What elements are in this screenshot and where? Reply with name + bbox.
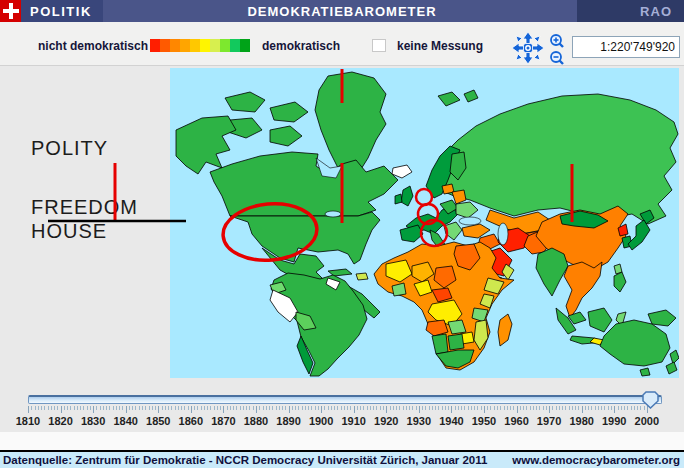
timeline-tick [490,406,491,410]
timeline-tick [269,406,270,410]
timeline-tick [295,406,296,410]
timeline-tick [546,406,547,410]
timeline-tick [556,406,557,410]
timeline-tick [543,406,544,410]
timeline-tick [289,406,290,413]
timeline-tick [158,406,159,413]
timeline-slider-thumb[interactable] [642,391,659,409]
timeline-tick [155,406,156,410]
legend-swatch [180,39,190,52]
timeline-year-label: 1820 [44,415,78,427]
timeline-tick [494,406,495,410]
timeline-tick [64,406,65,410]
timeline-tick [484,406,485,413]
timeline-tick [240,406,241,410]
timeline-tick [168,406,169,410]
timeline-tick [357,406,358,410]
timeline-tick [390,406,391,410]
timeline-tick [598,406,599,410]
timeline-tick [393,406,394,410]
timeline-tick [204,406,205,410]
timeline-tick [77,406,78,410]
timeline-year-label: 1850 [141,415,175,427]
legend-swatch [230,39,240,52]
timeline-tick [591,406,592,410]
timeline-slider-track[interactable] [28,395,662,404]
timeline-tick [637,406,638,410]
timeline-tick [383,406,384,410]
timeline-tick [142,406,143,410]
map-region-ireland[interactable] [395,194,402,204]
timeline-tick [500,406,501,410]
timeline-tick [481,406,482,410]
timeline-tick [93,406,94,413]
timeline-tick [184,406,185,410]
timeline-tick [31,406,32,410]
timeline-year-label: 1840 [109,415,143,427]
timeline-tick [337,406,338,410]
zoom-in-button[interactable] [549,33,567,49]
timeline-tick [445,406,446,410]
timeline-tick [458,406,459,410]
legend-no-data-swatch [372,39,386,52]
timeline-tick [429,406,430,410]
map-region-hispaniola[interactable] [356,273,368,280]
timeline-tick [119,406,120,410]
timeline-tick [412,406,413,410]
timeline-tick [354,406,355,413]
polity-label: POLITY [31,137,108,160]
timeline-tick [181,406,182,410]
timeline-tick [220,406,221,410]
timeline-tick [582,406,583,413]
timeline-year-label: 1910 [337,415,371,427]
timeline-tick [477,406,478,410]
timeline-tick [178,406,179,410]
timeline-tick [321,406,322,413]
timeline-tick [292,406,293,410]
timeline-tick [507,406,508,410]
timeline-tick [624,406,625,410]
timeline-tick [103,406,104,410]
legend-swatch [190,39,200,52]
timeline-year-label: 1900 [304,415,338,427]
timeline-tick [403,406,404,410]
timeline-tick [497,406,498,410]
timeline-tick [451,406,452,413]
timeline-tick [80,406,81,410]
timeline-tick [399,406,400,410]
world-map[interactable] [170,68,679,378]
timeline-year-labels: 1810182018301840185018601870188018901900… [0,415,684,429]
legend-no-data-label: keine Messung [397,39,483,53]
timeline-tick [341,406,342,410]
timeline-tick [536,406,537,410]
timeline-tick [28,406,29,413]
timeline-tick [217,406,218,410]
timeline-tick [223,406,224,413]
map-region-botswana[interactable] [448,334,464,350]
zoom-out-button[interactable] [549,49,567,65]
timeline-tick [246,406,247,410]
timeline-year-label: 1930 [402,415,436,427]
timeline-tick [149,406,150,410]
pan-compass-icon[interactable] [512,32,544,64]
timeline-tick [285,406,286,410]
scale-field-wrap [572,36,680,58]
timeline-tick [334,406,335,410]
timeline-tick [276,406,277,410]
map-canvas-area: POLITY FREEDOM HOUSE 1810182018301840185… [0,66,684,450]
timeline-tick [627,406,628,410]
timeline-tick [588,406,589,410]
scale-input[interactable] [572,36,680,58]
timeline-tick [256,406,257,413]
timeline-tick [41,406,42,410]
timeline-year-label: 1940 [434,415,468,427]
user-label: RAO [640,4,672,19]
timeline-tick [614,406,615,413]
legend-swatch [200,39,210,52]
timeline-tick [51,406,52,410]
timeline-tick [575,406,576,410]
timeline-tick [243,406,244,410]
timeline-tick [552,406,553,410]
timeline-tick [621,406,622,410]
timeline-tick [305,406,306,410]
